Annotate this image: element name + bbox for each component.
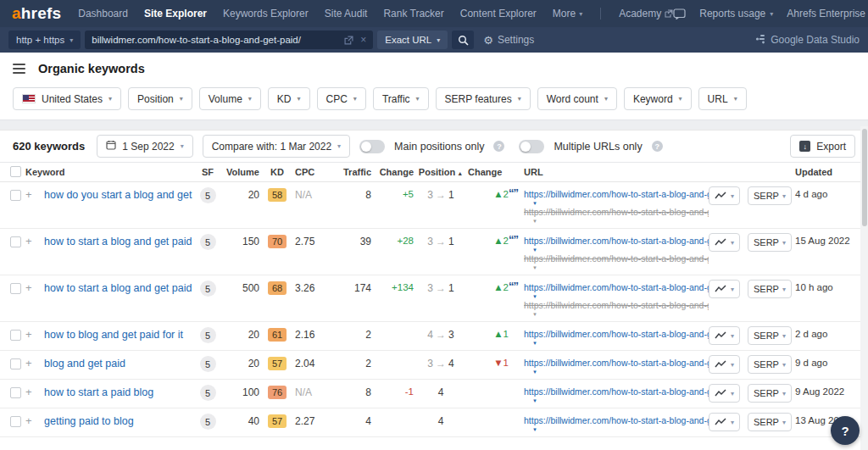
keyword-link[interactable]: how to blog and get paid for it bbox=[44, 329, 195, 341]
row-checkbox[interactable] bbox=[10, 190, 21, 201]
menu-icon[interactable] bbox=[13, 61, 25, 76]
nav-more[interactable]: More▾ bbox=[553, 8, 582, 19]
filter-traffic[interactable]: Traffic▾ bbox=[373, 87, 429, 110]
filter-position[interactable]: Position▾ bbox=[128, 87, 192, 110]
add-to-list-icon[interactable]: + bbox=[25, 357, 32, 369]
settings-button[interactable]: ⚙Settings bbox=[483, 34, 534, 47]
row-checkbox[interactable] bbox=[10, 358, 21, 369]
expand-url-icon[interactable]: ▼ bbox=[532, 369, 709, 375]
expand-previous-url-icon[interactable]: ▼ bbox=[532, 311, 709, 318]
search-mode-dropdown[interactable]: Exact URL▾ bbox=[377, 31, 448, 49]
expand-url-icon[interactable]: ▼ bbox=[532, 293, 709, 300]
add-to-list-icon[interactable]: + bbox=[25, 414, 32, 427]
serp-button[interactable]: SERP▾ bbox=[748, 326, 792, 345]
chat-icon[interactable] bbox=[673, 8, 686, 19]
expand-url-icon[interactable]: ▼ bbox=[532, 340, 709, 347]
search-button[interactable] bbox=[452, 31, 474, 49]
nav-rank-tracker[interactable]: Rank Tracker bbox=[383, 8, 443, 19]
result-url-link[interactable]: https://billwidmer.com/how-to-start-a-bl… bbox=[524, 329, 709, 340]
protocol-dropdown[interactable]: http + https▾ bbox=[8, 31, 81, 49]
google-data-studio-link[interactable]: Google Data Studio bbox=[755, 34, 860, 47]
previous-url-link[interactable]: https://billwidmer.com/how-to-start-a-bl… bbox=[524, 207, 709, 218]
previous-url-link[interactable]: https://billwidmer.com/how-to-start-a-bl… bbox=[524, 300, 709, 311]
row-checkbox[interactable] bbox=[10, 387, 21, 398]
expand-url-icon[interactable]: ▼ bbox=[532, 426, 709, 433]
col-change[interactable]: Change bbox=[371, 167, 414, 177]
main-positions-hint-icon[interactable]: ? bbox=[493, 141, 504, 152]
result-url-link[interactable]: https://billwidmer.com/how-to-start-a-bl… bbox=[524, 386, 709, 397]
enterprise-menu[interactable]: Ahrefs Enterprise▾ bbox=[787, 8, 868, 19]
filter-volume[interactable]: Volume▾ bbox=[199, 87, 261, 110]
multiple-urls-hint-icon[interactable]: ? bbox=[652, 141, 663, 152]
nav-dashboard[interactable]: Dashboard bbox=[78, 8, 128, 19]
open-url-icon[interactable] bbox=[344, 36, 353, 45]
col-url[interactable]: URL bbox=[509, 167, 709, 177]
result-url-link[interactable]: https://billwidmer.com/how-to-start-a-bl… bbox=[524, 189, 709, 200]
expand-previous-url-icon[interactable]: ▼ bbox=[532, 218, 709, 225]
result-url-link[interactable]: https://billwidmer.com/how-to-start-a-bl… bbox=[524, 282, 709, 293]
add-to-list-icon[interactable]: + bbox=[25, 235, 32, 247]
nav-site-explorer[interactable]: Site Explorer bbox=[144, 8, 207, 19]
previous-url-link[interactable]: https://billwidmer.com/how-to-start-a-bl… bbox=[524, 253, 709, 264]
add-to-list-icon[interactable]: + bbox=[25, 386, 32, 398]
filter-url[interactable]: URL▾ bbox=[698, 87, 747, 110]
add-to-list-icon[interactable]: + bbox=[25, 328, 32, 341]
nav-keywords-explorer[interactable]: Keywords Explorer bbox=[223, 8, 309, 19]
row-checkbox[interactable] bbox=[10, 416, 21, 427]
position-history-chart-button[interactable]: ▾ bbox=[709, 186, 740, 205]
date-picker-button[interactable]: 1 Sep 2022▾ bbox=[97, 135, 192, 158]
col-updated[interactable]: Updated bbox=[795, 167, 858, 177]
result-url-link[interactable]: https://billwidmer.com/how-to-start-a-bl… bbox=[524, 358, 709, 369]
compare-date-button[interactable]: Compare with: 1 Mar 2022▾ bbox=[203, 135, 350, 158]
expand-url-icon[interactable]: ▼ bbox=[532, 200, 709, 207]
filter-word-count[interactable]: Word count▾ bbox=[537, 87, 617, 110]
row-checkbox[interactable] bbox=[10, 283, 21, 294]
keyword-link[interactable]: how to start a blog and get paid bbox=[44, 282, 195, 294]
filter-keyword[interactable]: Keyword▾ bbox=[624, 87, 692, 110]
serp-button[interactable]: SERP▾ bbox=[748, 355, 792, 374]
keyword-link[interactable]: how do you start a blog and get paid for… bbox=[44, 189, 195, 201]
main-positions-toggle[interactable] bbox=[359, 140, 385, 153]
multiple-urls-toggle[interactable] bbox=[519, 140, 544, 153]
col-position-change[interactable]: Change bbox=[468, 167, 509, 177]
nav-content-explorer[interactable]: Content Explorer bbox=[460, 8, 537, 19]
expand-url-icon[interactable]: ▼ bbox=[532, 397, 709, 404]
col-traffic[interactable]: Traffic bbox=[334, 167, 371, 177]
select-all-checkbox[interactable] bbox=[10, 166, 21, 177]
clear-input-icon[interactable]: × bbox=[360, 34, 366, 46]
serp-button[interactable]: SERP▾ bbox=[748, 186, 792, 205]
position-history-chart-button[interactable]: ▾ bbox=[709, 280, 740, 298]
result-url-link[interactable]: https://billwidmer.com/how-to-start-a-bl… bbox=[524, 236, 709, 247]
add-to-list-icon[interactable]: + bbox=[25, 188, 32, 201]
position-history-chart-button[interactable]: ▾ bbox=[709, 355, 740, 374]
reports-usage-menu[interactable]: Reports usage▾ bbox=[699, 8, 773, 19]
scrollbar-thumb[interactable] bbox=[862, 129, 867, 226]
position-history-chart-button[interactable]: ▾ bbox=[709, 233, 740, 252]
filter-kd[interactable]: KD▾ bbox=[268, 87, 310, 110]
nav-academy[interactable]: Academy bbox=[619, 8, 673, 19]
keyword-link[interactable]: getting paid to blog bbox=[44, 415, 195, 427]
filter-cpc[interactable]: CPC▾ bbox=[317, 87, 366, 110]
keyword-link[interactable]: how to start a paid blog bbox=[44, 386, 195, 398]
col-keyword[interactable]: Keyword bbox=[25, 167, 195, 177]
col-cpc[interactable]: CPC bbox=[295, 167, 334, 177]
expand-previous-url-icon[interactable]: ▼ bbox=[532, 264, 709, 271]
col-position[interactable]: Position▲ bbox=[414, 167, 468, 177]
position-history-chart-button[interactable]: ▾ bbox=[709, 413, 740, 431]
country-filter[interactable]: United States▾ bbox=[13, 87, 121, 110]
result-url-link[interactable]: https://billwidmer.com/how-to-start-a-bl… bbox=[524, 415, 709, 426]
serp-button[interactable]: SERP▾ bbox=[748, 233, 792, 252]
col-sf[interactable]: SF bbox=[195, 167, 220, 177]
row-checkbox[interactable] bbox=[10, 236, 21, 247]
col-kd[interactable]: KD bbox=[259, 167, 295, 177]
add-to-list-icon[interactable]: + bbox=[25, 281, 32, 294]
serp-button[interactable]: SERP▾ bbox=[748, 413, 792, 431]
help-button[interactable]: ? bbox=[831, 416, 860, 445]
serp-button[interactable]: SERP▾ bbox=[748, 280, 792, 298]
serp-button[interactable]: SERP▾ bbox=[748, 384, 792, 403]
expand-url-icon[interactable]: ▼ bbox=[532, 247, 709, 253]
keyword-link[interactable]: blog and get paid bbox=[44, 358, 195, 369]
ahrefs-logo[interactable]: ahrefs bbox=[12, 4, 61, 23]
position-history-chart-button[interactable]: ▾ bbox=[709, 384, 740, 403]
filter-serp-features[interactable]: SERP features▾ bbox=[436, 87, 531, 110]
